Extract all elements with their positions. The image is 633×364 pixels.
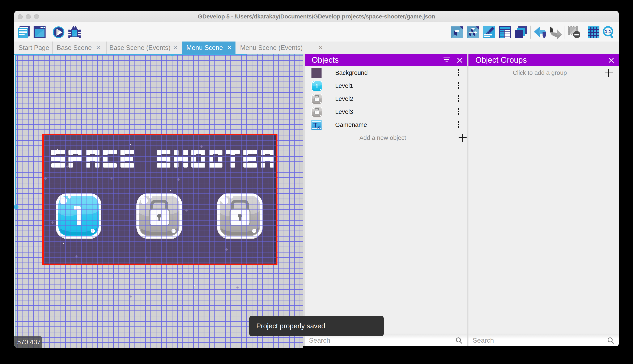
svg-text:1:1: 1:1 [605,29,611,34]
svg-text:T: T [313,121,318,129]
svg-text:x: x [317,124,320,130]
